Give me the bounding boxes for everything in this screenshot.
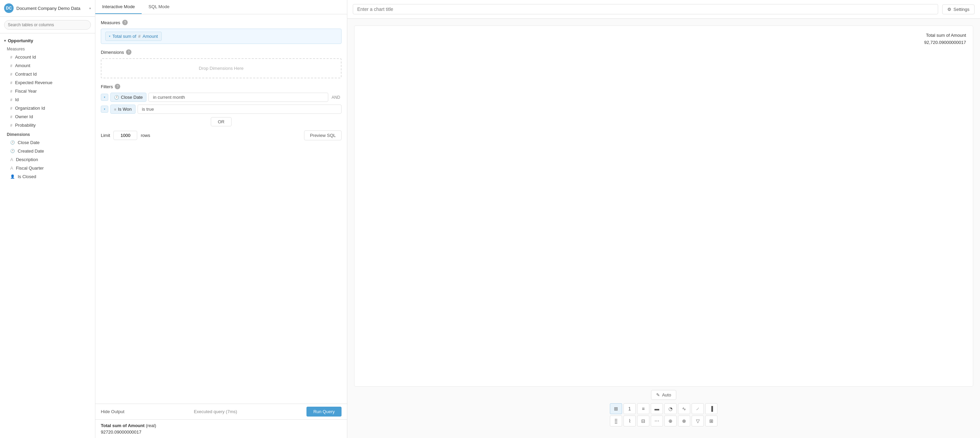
filters-label: Filters ?: [101, 84, 342, 89]
hash-icon: #: [10, 98, 12, 102]
right-panel: ⚙ Settings Total sum of Amount 92,720.09…: [347, 0, 980, 438]
filter-1-dropdown[interactable]: ▾: [101, 94, 108, 101]
filter-2-dropdown[interactable]: ▾: [101, 105, 108, 113]
measure-hash-icon: #: [138, 34, 141, 39]
chart-title-input[interactable]: [353, 4, 938, 14]
sidebar-search-container: [0, 17, 95, 33]
filter-2-tri-icon: ▾: [104, 108, 105, 111]
hash-icon: #: [10, 106, 12, 110]
chart-result-label: Total sum of Amount: [926, 33, 966, 38]
filter-row-2: ▾ ≡ Is Won is true: [101, 105, 342, 114]
hide-output-button[interactable]: Hide Output: [101, 409, 124, 414]
sidebar-item-fiscal-year[interactable]: #Fiscal Year: [0, 87, 95, 96]
sidebar-item-organization-id[interactable]: #Organization Id: [0, 104, 95, 112]
chart-icons-row-2: ⣿⌇⊟⋯⊕⊗▽⊞: [610, 416, 718, 427]
sidebar-item-owner-id[interactable]: #Owner Id: [0, 112, 95, 121]
measure-aggregate: Total sum of: [112, 34, 136, 39]
sidebar-item-created-date[interactable]: 🕐Created Date: [0, 147, 95, 155]
sidebar-item-probability[interactable]: #Probability: [0, 121, 95, 129]
clock-icon: 🕐: [10, 140, 15, 145]
tab-interactive[interactable]: Interactive Mode: [95, 0, 142, 14]
text-icon: A: [10, 157, 13, 162]
tab-sql[interactable]: SQL Mode: [142, 0, 177, 14]
column-chart-icon[interactable]: ▐: [705, 403, 718, 414]
gear-icon: ⚙: [947, 7, 951, 12]
filter-row-1: ▾ 🕐 Close Date in current month AND: [101, 92, 342, 102]
clock-icon: 🕐: [10, 149, 15, 153]
dots-icon[interactable]: ⋯: [651, 416, 663, 427]
result-type: (real): [146, 423, 156, 428]
measure-tag[interactable]: ▾ Total sum of # Amount: [105, 32, 162, 41]
sidebar: DC Document Company Demo Data ▾ ▾ Opport…: [0, 0, 95, 438]
line-chart-icon[interactable]: ∿: [678, 403, 690, 414]
preview-sql-button[interactable]: Preview SQL: [304, 131, 342, 140]
bottom-bar-controls: Hide Output Executed query (7ms) Run Que…: [95, 404, 347, 420]
sidebar-subsection-dimensions: Dimensions: [0, 129, 95, 138]
sidebar-item-close-date[interactable]: 🕐Close Date: [0, 138, 95, 147]
filter-1-field[interactable]: 🕐 Close Date: [110, 92, 146, 102]
run-query-button[interactable]: Run Query: [307, 407, 342, 417]
mode-tabs: Interactive Mode SQL Mode: [95, 0, 347, 14]
sidebar-header: DC Document Company Demo Data ▾: [0, 0, 95, 17]
scatter-chart-icon[interactable]: ⣿: [610, 416, 622, 427]
settings-button[interactable]: ⚙ Settings: [942, 5, 975, 14]
measure-dropdown-icon: ▾: [109, 35, 110, 38]
limit-label: Limit: [101, 133, 110, 138]
pie-chart-icon[interactable]: ◔: [664, 403, 676, 414]
result-header-bold: Total sum of Amount: [101, 423, 145, 428]
filter-1-tri-icon: ▾: [104, 96, 105, 99]
filter-1-connector: AND: [330, 95, 342, 100]
table-icon[interactable]: ⊞: [610, 403, 622, 414]
sidebar-section-opportunity[interactable]: ▾ Opportunity: [0, 36, 95, 45]
area-chart-icon[interactable]: ⌇: [624, 416, 636, 427]
measures-label: Measures ?: [101, 20, 342, 25]
executed-label: Executed query (7ms): [124, 409, 307, 414]
limit-input[interactable]: [113, 131, 137, 140]
pencil-icon: ✎: [656, 392, 660, 397]
search-input[interactable]: [4, 20, 91, 30]
filter-1-clock-icon: 🕐: [114, 95, 119, 100]
sidebar-item-is-closed[interactable]: 👤Is Closed: [0, 172, 95, 181]
filter-1-value: in current month: [148, 92, 328, 102]
hash-icon: #: [10, 81, 12, 85]
sidebar-item-description[interactable]: ADescription: [0, 155, 95, 164]
globe-icon[interactable]: ⊕: [664, 416, 676, 427]
sidebar-item-id[interactable]: #Id: [0, 96, 95, 104]
hash-icon: #: [10, 55, 12, 59]
grid-icon[interactable]: ⊞: [705, 416, 718, 427]
auto-button[interactable]: ✎ Auto: [651, 390, 676, 400]
person-icon: 👤: [10, 174, 15, 179]
sidebar-content: ▾ Opportunity Measures #Account Id#Amoun…: [0, 33, 95, 438]
filters-help-icon[interactable]: ?: [115, 84, 120, 89]
sidebar-section-label: Opportunity: [8, 38, 33, 43]
or-button[interactable]: OR: [211, 117, 232, 126]
bottom-bar: Hide Output Executed query (7ms) Run Que…: [95, 404, 347, 438]
combo-icon[interactable]: ⊟: [637, 416, 649, 427]
filter-2-field-label: Is Won: [118, 107, 131, 112]
filter-icon[interactable]: ▽: [692, 416, 704, 427]
sidebar-item-contract-id[interactable]: #Contract Id: [0, 70, 95, 78]
number-icon[interactable]: 1: [624, 403, 636, 414]
dimensions-drop-zone[interactable]: Drop Dimensions Here: [101, 58, 342, 78]
bar-chart-icon[interactable]: ▬: [651, 403, 663, 414]
hash-icon: #: [10, 89, 12, 93]
dimensions-help-icon[interactable]: ?: [126, 49, 131, 55]
measures-list: #Account Id#Amount#Contract Id#Expected …: [0, 53, 95, 129]
filter-2-value: is true: [138, 105, 342, 114]
measures-help-icon[interactable]: ?: [122, 20, 128, 25]
sidebar-item-account-id[interactable]: #Account Id: [0, 53, 95, 61]
row-chart-icon[interactable]: ≡: [637, 403, 649, 414]
chart-result-box: Total sum of Amount 92,720.09000000017: [354, 25, 973, 387]
filter-2-field[interactable]: ≡ Is Won: [110, 105, 135, 114]
globe2-icon[interactable]: ⊗: [678, 416, 690, 427]
sidebar-item-expected-revenue[interactable]: #Expected Revenue: [0, 78, 95, 87]
query-result: Total sum of Amount (real) 92720.0900000…: [95, 420, 347, 438]
sidebar-dropdown-icon[interactable]: ▾: [89, 6, 91, 10]
rows-label: rows: [141, 133, 150, 138]
limit-row: Limit rows Preview SQL: [101, 131, 342, 140]
sidebar-item-amount[interactable]: #Amount: [0, 61, 95, 70]
trend-chart-icon[interactable]: ⟋: [692, 403, 704, 414]
chart-icons-row-1: ⊞1≡▬◔∿⟋▐: [610, 403, 718, 414]
query-builder: Measures ? ▾ Total sum of # Amount Dimen…: [95, 14, 347, 404]
sidebar-item-fiscal-quarter[interactable]: AFiscal Quarter: [0, 164, 95, 172]
